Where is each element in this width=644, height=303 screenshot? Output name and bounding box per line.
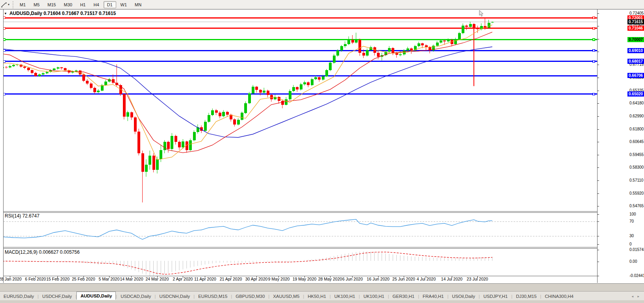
mouse-cursor-icon	[479, 10, 485, 17]
symbol-tab-ger30-h1[interactable]: GER30,H1	[389, 293, 418, 300]
symbol-tab-gbpusd-m30[interactable]: GBPUSD,M30	[232, 293, 268, 300]
symbol-tab-china300-h4[interactable]: CHINA300,H4	[541, 293, 577, 300]
date-label: 6 Feb 2020	[25, 277, 46, 281]
date-label: 23 Jul 2020	[467, 277, 488, 281]
date-label: 30 Apr 2020	[245, 277, 268, 281]
symbol-tab-eurusd-m15[interactable]: EURUSD,M15	[195, 293, 231, 300]
rsi-label: RSI(14) 72.6747	[5, 213, 39, 219]
symbol-tab-bar: EURUSD,Daily|USDCHF,Daily|AUDUSD,Daily|U…	[0, 291, 644, 301]
hline-price-chip: 0.69010	[627, 48, 644, 53]
price-tick-label: 0.54765	[629, 204, 644, 208]
price-tick-label: 0.62990	[629, 114, 644, 119]
symbol-tab-usdcad-daily[interactable]: USDCAD,Daily	[117, 293, 154, 300]
symbol-tab-hk50-h1[interactable]: HK50,H1	[304, 293, 330, 300]
main-chart-canvas[interactable]	[0, 0, 644, 303]
hline-price-chip: 0.71046	[627, 26, 644, 31]
symbol-tab-fra40-h1[interactable]: FRA40,H1	[419, 293, 447, 300]
price-tick-label: 0.61800	[629, 127, 644, 132]
date-label: 25 Jun 2020	[392, 277, 415, 281]
date-label: 5 Mar 2020	[98, 277, 119, 281]
date-label: 6 Jun 2020	[342, 277, 363, 281]
mt4-terminal: ▾ M1M5M15M30H1H4D1W1MN ▼AUDUSD,Daily 0.7…	[0, 0, 644, 303]
date-label: 21 Apr 2020	[220, 277, 242, 281]
macd-label: MACD(12,26,9) 0.006627 0.005756	[5, 249, 80, 255]
symbol-tabs: EURUSD,Daily|USDCHF,Daily|AUDUSD,Daily|U…	[0, 292, 577, 300]
hline-price-chip: 0.68017	[627, 59, 644, 64]
symbol-tab-usdjpy-h1[interactable]: USDJPY,H1	[480, 293, 511, 300]
rsi-tick-label: 30	[629, 234, 634, 238]
price-tick-label: 0.59455	[629, 152, 644, 157]
date-label: 4 Jul 2020	[417, 277, 436, 281]
hline-price-chip: 0.66706	[627, 73, 644, 78]
symbol-tab-xauusd-m5[interactable]: XAUUSD,M5	[269, 293, 303, 300]
date-label: 9 May 2020	[268, 277, 290, 281]
macd-tick-label: -0.02441	[629, 273, 644, 278]
date-label: 28 May 2020	[318, 277, 342, 281]
price-tick-label: 0.57110	[629, 178, 643, 183]
symbol-tab-audusd-daily[interactable]: AUDUSD,Daily	[76, 292, 116, 300]
price-tick-label: 0.58300	[629, 165, 644, 170]
window-bottom-strip	[0, 283, 644, 292]
hline-price-chip: 0.65020	[627, 91, 644, 97]
rsi-tick-label: 70	[629, 219, 634, 224]
date-label: 24 Mar 2020	[146, 277, 169, 281]
tab-scroll-arrows[interactable]: ◂ ▸	[631, 294, 641, 298]
chart-title-text: AUDUSD,Daily 0.71604 0.71667 0.71517 0.7…	[9, 11, 116, 16]
date-label: 28 Jan 2020	[0, 277, 22, 281]
hline-price-chip: 0.70007	[627, 37, 644, 42]
date-label: 2 Apr 2020	[173, 277, 193, 281]
symbol-tab-eurusd-daily[interactable]: EURUSD,Daily	[0, 293, 37, 300]
date-label: 14 Mar 2020	[120, 277, 143, 281]
date-label: 25 Feb 2020	[72, 277, 95, 281]
chart-title: ▼AUDUSD,Daily 0.71604 0.71667 0.71517 0.…	[4, 11, 116, 16]
macd-tick-label: 0.015743	[629, 247, 644, 252]
symbol-tab-usdcnh-daily[interactable]: USDCNH,Daily	[156, 293, 193, 300]
price-tick-label: 0.64180	[629, 101, 644, 106]
symbol-tab-usoil-daily[interactable]: USOil,Daily	[449, 293, 479, 300]
rsi-tick-label: 100	[629, 212, 636, 217]
date-label: 14 Jul 2020	[441, 277, 462, 281]
symbol-tab-uk100-h1[interactable]: UK100,H1	[360, 293, 388, 300]
macd-tick-label: 0.00	[629, 259, 637, 264]
symbol-tab-dj30-m15[interactable]: DJ30,M15	[512, 293, 540, 300]
date-label: 19 May 2020	[293, 277, 317, 281]
bottom-margin	[0, 300, 644, 303]
date-label: 11 Apr 2020	[194, 277, 216, 281]
price-tick-label: 0.55920	[629, 191, 644, 196]
symbol-tab-usdchf-daily[interactable]: USDCHF,Daily	[39, 293, 75, 300]
price-tick-label: 0.60645	[629, 139, 644, 144]
date-label: 16 Jun 2020	[367, 277, 390, 281]
rsi-tick-label: 0	[629, 242, 632, 247]
collapse-triangle-icon[interactable]: ▼	[4, 12, 7, 15]
bid-price-chip: 0.71615	[627, 19, 644, 24]
symbol-tab-uk100-h1[interactable]: UK100,H1	[331, 293, 359, 300]
date-label: 15 Feb 2020	[46, 277, 70, 281]
